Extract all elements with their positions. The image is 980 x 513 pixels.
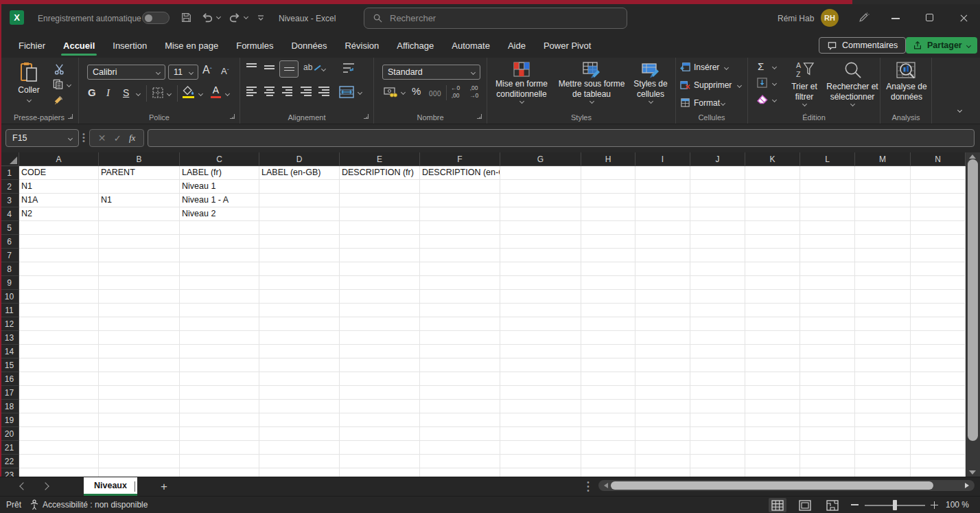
cell-G18[interactable] [500,400,581,413]
number-format-select[interactable]: Standard [382,65,480,80]
cell-N1[interactable] [911,166,966,180]
cell-E12[interactable] [340,317,420,331]
cell-G1[interactable] [500,166,581,180]
orientation-chevron-icon[interactable] [321,67,326,71]
cell-B3[interactable]: N1 [99,194,180,207]
cell-G16[interactable] [500,372,581,386]
cell-J17[interactable] [690,386,745,400]
row-header-9[interactable]: 9 [0,276,19,290]
cell-L4[interactable] [800,207,855,221]
cell-I23[interactable] [635,468,690,477]
cell-D5[interactable] [259,221,340,235]
cell-B20[interactable] [99,427,180,441]
add-sheet-button[interactable]: + [156,478,172,495]
cell-M13[interactable] [855,331,911,345]
cell-A9[interactable] [19,276,99,290]
close-button[interactable] [957,12,970,25]
horizontal-scroll-thumb[interactable] [611,481,933,490]
cell-K19[interactable] [745,413,800,427]
cell-J7[interactable] [690,249,745,262]
cell-J2[interactable] [690,180,745,194]
cell-H4[interactable] [581,207,635,221]
cell-E23[interactable] [340,468,420,477]
minimize-button[interactable] [891,18,900,19]
tab-automate[interactable]: Automate [443,36,499,57]
cell-D11[interactable] [259,304,340,317]
format-chevron-icon[interactable] [721,101,725,106]
cell-N4[interactable] [911,207,966,221]
cell-B4[interactable] [99,207,180,221]
name-box[interactable]: F15 [5,129,79,147]
cell-D14[interactable] [259,345,340,358]
column-header-H[interactable]: H [581,152,635,166]
cell-E15[interactable] [340,358,420,372]
cell-E13[interactable] [340,331,420,345]
scroll-left-icon[interactable] [604,483,608,488]
cell-B21[interactable] [99,441,180,455]
cell-D15[interactable] [259,358,340,372]
cell-G9[interactable] [500,276,581,290]
cell-N21[interactable] [911,441,966,455]
cell-F22[interactable] [420,455,500,468]
format-painter-icon[interactable] [53,95,65,106]
cell-I22[interactable] [635,455,690,468]
borders-chevron-icon[interactable] [167,91,172,96]
cell-K3[interactable] [745,194,800,207]
row-header-18[interactable]: 18 [0,400,19,413]
cell-H8[interactable] [581,262,635,276]
cell-G11[interactable] [500,304,581,317]
cell-L14[interactable] [800,345,855,358]
cell-K4[interactable] [745,207,800,221]
cell-A17[interactable] [19,386,99,400]
cell-F12[interactable] [420,317,500,331]
column-header-K[interactable]: K [745,152,800,166]
cell-A7[interactable] [19,249,99,262]
cancel-icon[interactable]: ✕ [98,133,106,144]
cell-I9[interactable] [635,276,690,290]
cell-G14[interactable] [500,345,581,358]
cell-L2[interactable] [800,180,855,194]
cell-A23[interactable] [19,468,99,477]
cell-L1[interactable] [800,166,855,180]
cell-E14[interactable] [340,345,420,358]
cell-C23[interactable] [180,468,259,477]
row-header-13[interactable]: 13 [0,331,19,345]
cell-G5[interactable] [500,221,581,235]
cell-C18[interactable] [180,400,259,413]
cell-K8[interactable] [745,262,800,276]
cell-F13[interactable] [420,331,500,345]
cell-I16[interactable] [635,372,690,386]
cell-J1[interactable] [690,166,745,180]
clear-chevron-icon[interactable] [772,98,777,102]
user-name[interactable]: Rémi Hab [778,14,814,23]
cell-H7[interactable] [581,249,635,262]
select-all-corner[interactable] [0,152,19,166]
row-header-1[interactable]: 1 [0,166,19,180]
cell-B17[interactable] [99,386,180,400]
cell-M5[interactable] [855,221,911,235]
cell-I2[interactable] [635,180,690,194]
copy-chevron-icon[interactable] [67,82,71,87]
cell-C2[interactable]: Niveau 1 [180,180,259,194]
tab-révision[interactable]: Révision [336,36,388,57]
cell-L16[interactable] [800,372,855,386]
cell-H20[interactable] [581,427,635,441]
cell-G19[interactable] [500,413,581,427]
cell-F1[interactable]: DESCRIPTION (en-GB) [420,166,500,180]
excel-logo[interactable]: X [10,10,24,25]
cell-F14[interactable] [420,345,500,358]
cell-L11[interactable] [800,304,855,317]
undo-icon[interactable] [201,11,213,23]
cell-J21[interactable] [690,441,745,455]
cell-K11[interactable] [745,304,800,317]
cell-N2[interactable] [911,180,966,194]
row-header-2[interactable]: 2 [0,180,19,194]
cell-K10[interactable] [745,290,800,304]
accessibility-icon[interactable] [29,499,40,510]
row-header-3[interactable]: 3 [0,194,19,207]
cell-I21[interactable] [635,441,690,455]
cell-B23[interactable] [99,468,180,477]
redo-chevron-icon[interactable] [244,14,248,19]
cell-A6[interactable] [19,235,99,249]
cell-D8[interactable] [259,262,340,276]
